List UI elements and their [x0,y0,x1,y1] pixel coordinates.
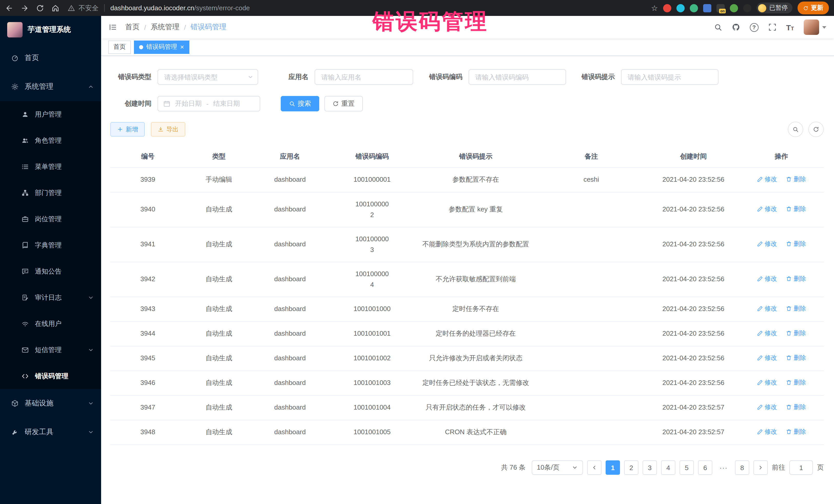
extension-icon-3[interactable] [690,4,698,12]
delete-button[interactable]: 删除 [786,239,806,249]
search-button[interactable]: 搜索 [281,96,319,111]
sidebar-item-infrastructure[interactable]: 基础设施 [0,389,101,418]
main-area: 首页 系统管理 错误码管理 [101,16,834,504]
sidebar-item-system[interactable]: 系统管理 [0,72,101,101]
fullscreen-icon[interactable] [768,23,776,31]
error-hint-input[interactable] [621,69,719,85]
extension-icon-2[interactable] [676,4,685,12]
date-range-picker[interactable]: 开始日期 - 结束日期 [158,96,260,111]
sidebar-item-notice[interactable]: 通知公告 [0,258,101,284]
extension-icon-1[interactable] [663,4,671,12]
error-type-select-input[interactable] [158,69,258,85]
delete-button[interactable]: 删除 [786,378,806,387]
cell-code: 1001001002 [327,350,417,367]
bookmark-star-icon[interactable]: ☆ [651,4,658,12]
error-type-select[interactable] [158,69,258,85]
page-size-select[interactable]: 10条/页 [532,460,583,475]
profile-paused-badge[interactable]: 已暂停 [756,3,792,13]
browser-update-button[interactable]: 更新 [797,2,829,14]
cell-code: 1001001003 [327,375,417,391]
next-page-button[interactable] [753,460,768,475]
extension-icon-7[interactable] [743,4,751,12]
error-code-input[interactable] [468,69,566,85]
edit-button[interactable]: 修改 [757,378,777,387]
sidebar-item-menus[interactable]: 菜单管理 [0,153,101,180]
cell-id: 3943 [110,301,185,317]
sidebar: 芋道管理系统 首页 系统管理 用户管理 角色管理 [0,16,101,504]
export-button[interactable]: 导出 [151,122,185,136]
page-button-3[interactable]: 3 [642,460,657,475]
edit-button[interactable]: 修改 [757,204,777,214]
page-button-5[interactable]: 5 [680,460,694,475]
sidebar-item-dev-tools[interactable]: 研发工具 [0,418,101,446]
app-logo[interactable]: 芋道管理系统 [0,16,101,44]
edit-button[interactable]: 修改 [757,328,777,338]
delete-button[interactable]: 删除 [786,204,806,214]
font-size-icon[interactable] [786,23,794,31]
back-icon[interactable] [5,4,13,12]
sidebar-item-audit-log[interactable]: 审计日志 [0,284,101,310]
page-button-1[interactable]: 1 [606,460,620,475]
extension-icon-6[interactable] [730,4,738,12]
close-icon[interactable] [180,44,184,50]
sidebar-item-posts[interactable]: 岗位管理 [0,206,101,232]
tab-home[interactable]: 首页 [108,40,131,53]
page-button-2[interactable]: 2 [624,460,638,475]
edit-button[interactable]: 修改 [757,304,777,313]
user-menu[interactable] [804,20,826,35]
sidebar-item-sms[interactable]: 短信管理 [0,337,101,363]
delete-button[interactable]: 删除 [786,304,806,313]
extension-icon-5[interactable] [717,4,725,12]
delete-button[interactable]: 删除 [786,328,806,338]
edit-button[interactable]: 修改 [757,402,777,412]
breadcrumb-system[interactable]: 系统管理 [151,23,179,32]
sidebar-item-dict[interactable]: 字典管理 [0,232,101,258]
page-button-8[interactable]: 8 [735,460,749,475]
breadcrumb-home[interactable]: 首页 [125,23,139,32]
edit-button[interactable]: 修改 [757,353,777,363]
forward-icon[interactable] [21,4,29,12]
page-button-4[interactable]: 4 [661,460,675,475]
sidebar-item-error-code[interactable]: 错误码管理 [0,363,101,389]
edit-button[interactable]: 修改 [757,427,777,437]
address-bar[interactable]: 不安全 dashboard.yudao.iocoder.cn/system/er… [68,3,250,13]
more-pages-button[interactable]: ··· [717,460,731,475]
cell-hint: 定时任务已经处于该状态，无需修改 [417,375,535,391]
delete-button[interactable]: 删除 [786,402,806,412]
sidebar-item-departments[interactable]: 部门管理 [0,180,101,206]
delete-button[interactable]: 删除 [786,427,806,437]
help-icon[interactable] [750,23,758,31]
reload-icon[interactable] [36,4,44,12]
browser-home-icon[interactable] [51,4,60,12]
tab-error-code[interactable]: 错误码管理 [134,40,189,53]
filter-row-2: 创建时间 开始日期 - 结束日期 搜索 重置 [110,96,824,111]
cell-app: dashboard [253,375,327,391]
chevron-down-icon [88,400,94,407]
github-icon[interactable] [731,23,740,31]
sidebar-item-home[interactable]: 首页 [0,44,101,72]
extension-icon-4[interactable] [703,4,711,12]
show-search-button[interactable] [788,122,803,137]
cell-actions: 修改 删除 [739,424,824,441]
chevron-down-icon [572,464,578,470]
prev-page-button[interactable] [587,460,601,475]
add-button[interactable]: 新增 [110,122,145,136]
app-name-input[interactable] [314,69,413,85]
edit-button[interactable]: 修改 [757,274,777,284]
sidebar-item-online-users[interactable]: 在线用户 [0,310,101,337]
edit-button[interactable]: 修改 [757,175,777,184]
page-button-6[interactable]: 6 [698,460,712,475]
col-actions: 操作 [739,149,824,165]
delete-button[interactable]: 删除 [786,175,806,184]
sidebar-item-roles[interactable]: 角色管理 [0,127,101,153]
hamburger-icon[interactable] [109,23,117,31]
delete-button[interactable]: 删除 [786,353,806,363]
sidebar-item-users[interactable]: 用户管理 [0,101,101,127]
goto-page-input[interactable] [789,460,813,475]
search-icon[interactable] [714,23,722,31]
refresh-table-button[interactable] [808,122,824,137]
edit-button[interactable]: 修改 [757,239,777,249]
delete-button[interactable]: 删除 [786,274,806,284]
users-icon [22,137,29,144]
reset-button[interactable]: 重置 [324,96,363,111]
